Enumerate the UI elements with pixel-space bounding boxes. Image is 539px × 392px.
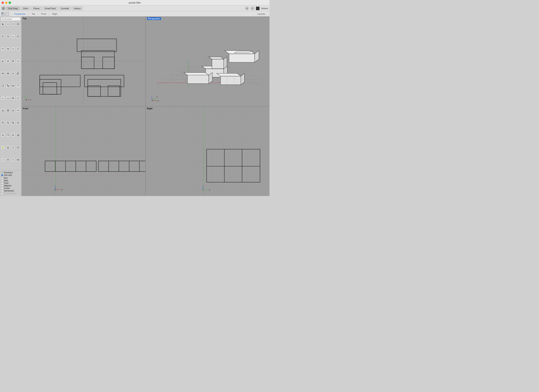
tool-boolean-diff[interactable] [6,71,10,76]
close-button[interactable] [2,2,4,4]
svg-text:y: y [156,95,158,98]
four-view-icon[interactable] [1,12,5,16]
tool-check[interactable] [1,158,5,162]
planar-button[interactable]: Planar [31,7,42,10]
snap-mode-group: Persistent One shot [1,171,20,176]
tool-move[interactable] [11,71,15,76]
tool-ellipse[interactable] [6,34,10,38]
viewport-right[interactable]: Right [146,107,270,196]
minimize-button[interactable] [5,2,7,4]
viewport-front[interactable]: Front [22,107,145,196]
view-controls-2[interactable] [250,6,254,10]
grid-snap-button[interactable]: Grid Snap [6,7,20,10]
svg-marker-131 [187,75,209,84]
tool-copy[interactable] [16,71,20,76]
tool-mirror[interactable] [11,84,15,88]
tool-revolve[interactable] [6,59,10,63]
ortho-button[interactable]: Ortho [21,7,31,10]
tool-boolean-union[interactable] [1,71,5,76]
snap-center[interactable]: Center [1,187,20,189]
svg-rect-11 [6,13,8,15]
tool-zoom-mode[interactable] [16,121,20,125]
svg-point-25 [12,61,14,62]
svg-rect-70 [12,135,14,136]
tool-zoom[interactable] [1,121,5,125]
history-button[interactable]: History [72,7,83,10]
single-view-icon[interactable] [5,12,9,16]
tool-rectangle[interactable] [16,22,20,26]
tool-rotate-view[interactable] [6,133,10,137]
svg-marker-132 [184,72,209,75]
snap-intersection[interactable]: Intersection [1,190,20,192]
tool-curve-from-pts[interactable] [11,22,15,26]
tool-cage[interactable] [11,108,15,113]
maximize-button[interactable] [9,2,11,4]
tool-arc[interactable] [11,34,15,38]
tool-selection[interactable] [11,158,15,162]
tool-surface-from-curve[interactable] [6,47,10,51]
snap-midpoint[interactable]: Midpoint [1,185,20,187]
tool-circle[interactable] [1,34,5,38]
svg-line-60 [3,123,4,124]
command-input[interactable] [1,17,21,21]
tool-smooth[interactable] [16,108,20,113]
tool-analysis[interactable] [16,96,20,100]
tool-point[interactable] [6,22,10,26]
snap-end-check [1,177,3,179]
svg-rect-73 [17,135,18,136]
tool-freeform-curve[interactable] [1,47,5,51]
svg-point-29 [3,73,4,74]
svg-rect-8 [3,13,4,14]
snap-near[interactable]: Near [1,179,20,182]
tool-worksession[interactable] [16,158,20,162]
tool-zoom-ext[interactable]: + [6,121,10,125]
tool-dim-text[interactable]: A [1,96,5,100]
tool-sweep[interactable] [16,59,20,63]
tab-top[interactable]: Top [30,12,37,15]
tool-select[interactable] [1,22,5,26]
tool-dimensions[interactable] [6,96,10,100]
tool-polygon[interactable] [16,34,20,38]
tab-right[interactable]: Right [51,12,59,15]
display-mode-button[interactable] [256,7,260,10]
snap-perpendicular[interactable]: Perpendicular [1,192,20,194]
tool-tilt[interactable] [11,133,15,137]
smart-track-button[interactable]: SmartTrack [43,7,58,10]
gumball-button[interactable]: Gumball [59,7,71,10]
svg-rect-42 [17,85,18,86]
tool-pan[interactable] [1,133,5,137]
tool-analysis2[interactable] [6,158,10,162]
tool-object-props[interactable]: i [16,145,20,150]
tool-display-color[interactable] [11,145,15,150]
one-shot-radio[interactable]: One shot [1,174,20,176]
tool-lock[interactable] [6,145,10,150]
tool-trim[interactable] [16,47,20,51]
tool-mesh[interactable] [1,108,5,113]
tool-zoom-area[interactable]: ⊞ [11,121,15,125]
svg-point-24 [12,60,14,61]
tool-array[interactable] [16,84,20,88]
svg-marker-134 [221,76,241,85]
grid-view-icon[interactable] [2,7,5,10]
snap-point[interactable]: Point [1,182,20,184]
tab-front[interactable]: Front [40,12,48,15]
viewport-perspective[interactable]: Perspective [146,16,270,106]
svg-point-59 [2,122,4,123]
tool-offset[interactable] [11,47,15,51]
tool-view-modes[interactable] [16,133,20,137]
tool-mesh2[interactable] [6,108,10,113]
svg-text:⊞: ⊞ [12,122,13,123]
tool-scale[interactable] [6,84,10,88]
tool-extrude[interactable] [1,59,5,63]
viewport-top[interactable]: Top [22,16,145,106]
tool-loft[interactable] [11,59,15,63]
snap-end[interactable]: End [1,177,20,179]
svg-marker-38 [13,85,14,86]
tab-perspective[interactable]: Perspective [13,12,27,15]
tool-grid-tools[interactable] [11,96,15,100]
view-controls-1[interactable] [245,6,249,10]
persistent-radio[interactable]: Persistent [1,171,20,174]
layouts-button[interactable]: Layouts... [59,13,268,15]
tool-rotate[interactable] [1,84,5,88]
tool-light[interactable] [1,145,5,150]
